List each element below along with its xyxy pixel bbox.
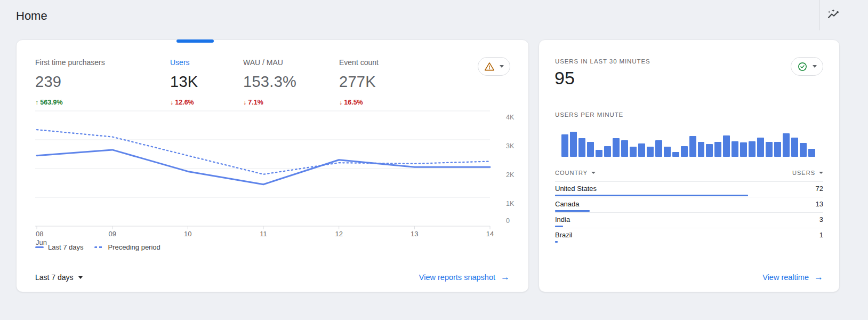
header-divider [819,0,820,30]
svg-text:10: 10 [184,230,191,238]
country-users-bar [555,195,748,196]
arrow-right-icon: → [501,272,510,283]
country-name: India [555,215,570,223]
minute-bar [578,138,585,157]
country-row: India3 [555,213,823,228]
minute-bar [647,147,654,157]
svg-text:09: 09 [108,230,116,238]
svg-text:08: 08 [36,230,43,238]
users-column-header[interactable]: USERS [792,170,823,176]
legend-label: Preceding period [108,243,160,251]
date-range-selector[interactable]: Last 7 days [35,273,83,282]
overview-card: First time purchasers239↑563.9%Users13K↓… [16,39,529,292]
svg-text:1K: 1K [506,200,515,207]
arrow-down-icon: ↓ [339,99,342,106]
legend-item: Last 7 days [35,243,84,251]
metric-delta: ↓12.6% [170,99,194,106]
solid-line-swatch [35,246,44,248]
chevron-down-icon [500,65,504,68]
minute-bar [621,140,628,157]
arrow-up-icon: ↑ [35,99,38,106]
users-last-30min-value: 95 [554,68,575,89]
metric-tab-event-count[interactable]: Event count277K↓16.5% [339,58,379,107]
metric-label: Users [170,58,198,67]
country-users-bar [555,241,558,243]
check-circle-icon [797,61,808,72]
minute-bar [664,147,671,157]
view-realtime-link[interactable]: View realtime → [762,272,823,283]
minute-bar [791,138,798,157]
country-row: Brazil1 [555,228,823,243]
country-users-value: 72 [816,185,823,193]
minute-bar [655,140,662,157]
metric-label: WAU / MAU [243,58,296,67]
country-name: Canada [555,200,580,208]
minute-bar [800,143,807,157]
arrow-down-icon: ↓ [170,99,173,106]
country-users-value: 3 [819,215,823,223]
minute-bar [774,142,781,157]
minute-bar [757,138,764,157]
minute-bar [613,138,620,157]
country-name: Brazil [555,231,573,239]
svg-text:14: 14 [486,230,494,238]
chevron-down-icon [819,172,823,174]
minute-bar [638,143,645,157]
selected-metric-tab-indicator [176,39,214,43]
users-per-minute-title: USERS PER MINUTE [555,111,623,118]
metric-delta: ↓16.5% [339,99,363,106]
country-column-header[interactable]: COUNTRY [555,170,596,176]
legend-label: Last 7 days [48,243,84,251]
minute-bar [808,149,815,157]
metric-delta: ↑563.9% [35,99,63,106]
minute-bar [681,146,688,157]
realtime-status-button[interactable] [791,57,823,76]
data-quality-button[interactable] [478,57,510,76]
minute-bar [749,141,756,157]
minute-bar [604,146,611,157]
country-users-value: 13 [816,200,823,208]
warning-triangle-icon [484,61,495,71]
metric-tab-wau-mau[interactable]: WAU / MAU153.3%↓7.1% [243,58,296,107]
metric-delta: ↓7.1% [243,99,263,106]
dashed-line-swatch [94,246,104,248]
country-row: United States72 [555,182,823,197]
minute-bar [587,142,594,157]
svg-text:0: 0 [506,217,510,225]
minute-bar [596,150,602,157]
svg-text:12: 12 [335,230,342,238]
minute-bar [740,142,747,157]
svg-text:13: 13 [411,230,418,238]
insights-button[interactable] [824,7,842,23]
svg-text:2K: 2K [506,171,515,179]
minute-bar [698,142,705,157]
minute-bar [714,142,721,157]
metric-value: 239 [35,73,105,91]
svg-text:4K: 4K [506,114,515,121]
minute-bar [672,152,679,157]
country-users-value: 1 [819,231,823,239]
metric-label: First time purchasers [35,58,105,67]
metric-tab-first-time-purchasers[interactable]: First time purchasers239↑563.9% [35,58,105,107]
minute-bar [630,147,637,157]
minute-bar [783,133,790,157]
realtime-country-table: COUNTRY USERS United States72Canada13Ind… [555,170,823,243]
minute-bar [706,144,713,157]
date-range-label: Last 7 days [35,273,74,282]
realtime-title: USERS IN LAST 30 MINUTES [555,58,650,65]
view-reports-snapshot-link[interactable]: View reports snapshot → [419,272,510,283]
metric-tab-users[interactable]: Users13K↓12.6% [170,58,198,107]
metric-label: Event count [339,58,379,67]
svg-text:3K: 3K [506,142,515,150]
realtime-card: USERS IN LAST 30 MINUTES 95 USERS PER MI… [539,39,840,292]
metric-value: 13K [170,73,198,91]
svg-text:11: 11 [260,230,267,238]
country-row: Canada13 [555,197,823,213]
country-users-bar [555,226,563,227]
chevron-down-icon [78,276,83,279]
minute-bar [561,134,568,157]
minute-bar [570,132,577,157]
country-name: United States [555,185,597,193]
minute-bar [723,135,730,157]
arrow-right-icon: → [814,272,823,283]
